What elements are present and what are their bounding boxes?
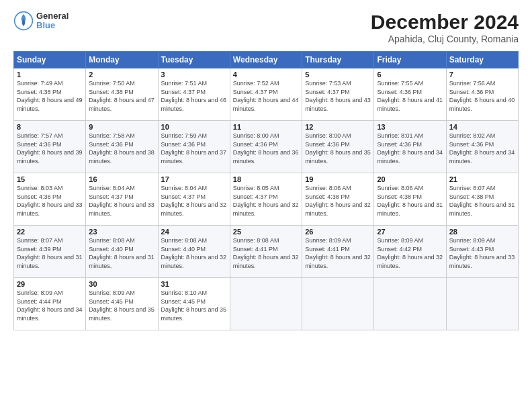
day-info: Sunrise: 8:08 AMSunset: 4:41 PMDaylight:… — [233, 237, 299, 269]
calendar-table: Sunday Monday Tuesday Wednesday Thursday… — [13, 51, 519, 330]
day-info: Sunrise: 8:10 AMSunset: 4:45 PMDaylight:… — [161, 289, 227, 322]
table-row: 31 Sunrise: 8:10 AMSunset: 4:45 PMDaylig… — [158, 278, 230, 330]
table-row — [374, 278, 446, 330]
col-sunday: Sunday — [14, 52, 86, 68]
table-row: 13 Sunrise: 8:01 AMSunset: 4:36 PMDaylig… — [374, 121, 446, 173]
day-info: Sunrise: 8:08 AMSunset: 4:40 PMDaylight:… — [89, 237, 154, 269]
calendar-week-row: 29 Sunrise: 8:09 AMSunset: 4:44 PMDaylig… — [14, 278, 519, 330]
table-row: 19 Sunrise: 8:06 AMSunset: 4:38 PMDaylig… — [302, 173, 374, 226]
day-number: 22 — [17, 228, 83, 236]
day-info: Sunrise: 7:57 AMSunset: 4:36 PMDaylight:… — [17, 132, 83, 165]
table-row: 3 Sunrise: 7:51 AMSunset: 4:37 PMDayligh… — [158, 68, 230, 121]
day-number: 1 — [17, 71, 83, 79]
day-info: Sunrise: 8:05 AMSunset: 4:37 PMDaylight:… — [233, 185, 299, 217]
table-row: 28 Sunrise: 8:09 AMSunset: 4:43 PMDaylig… — [446, 226, 518, 278]
day-number: 3 — [161, 71, 227, 79]
table-row: 30 Sunrise: 8:09 AMSunset: 4:45 PMDaylig… — [86, 278, 158, 330]
day-number: 13 — [377, 123, 443, 131]
day-number: 26 — [305, 228, 371, 236]
table-row: 16 Sunrise: 8:04 AMSunset: 4:37 PMDaylig… — [86, 173, 158, 226]
day-info: Sunrise: 8:07 AMSunset: 4:39 PMDaylight:… — [17, 237, 83, 269]
table-row: 15 Sunrise: 8:03 AMSunset: 4:36 PMDaylig… — [14, 173, 86, 226]
calendar-header-row: Sunday Monday Tuesday Wednesday Thursday… — [14, 52, 519, 68]
table-row: 20 Sunrise: 8:06 AMSunset: 4:38 PMDaylig… — [374, 173, 446, 226]
day-number: 6 — [377, 71, 443, 79]
table-row: 21 Sunrise: 8:07 AMSunset: 4:38 PMDaylig… — [446, 173, 518, 226]
day-info: Sunrise: 8:04 AMSunset: 4:37 PMDaylight:… — [161, 185, 227, 217]
col-tuesday: Tuesday — [158, 52, 230, 68]
logo-line1: General — [36, 11, 69, 21]
day-number: 27 — [377, 228, 443, 236]
table-row: 4 Sunrise: 7:52 AMSunset: 4:37 PMDayligh… — [230, 68, 302, 121]
table-row: 10 Sunrise: 7:59 AMSunset: 4:36 PMDaylig… — [158, 121, 230, 173]
title-block: December 2024 Apahida, Cluj County, Roma… — [371, 11, 519, 44]
logo-text: General Blue — [36, 11, 69, 31]
table-row: 26 Sunrise: 8:09 AMSunset: 4:41 PMDaylig… — [302, 226, 374, 278]
col-friday: Friday — [374, 52, 446, 68]
col-monday: Monday — [86, 52, 158, 68]
day-info: Sunrise: 8:00 AMSunset: 4:36 PMDaylight:… — [305, 132, 371, 165]
logo-line2: Blue — [36, 21, 69, 30]
calendar-body: 1 Sunrise: 7:49 AMSunset: 4:38 PMDayligh… — [14, 68, 519, 330]
day-info: Sunrise: 8:08 AMSunset: 4:40 PMDaylight:… — [161, 237, 227, 269]
col-thursday: Thursday — [302, 52, 374, 68]
day-info: Sunrise: 8:06 AMSunset: 4:38 PMDaylight:… — [377, 185, 443, 217]
col-wednesday: Wednesday — [230, 52, 302, 68]
day-info: Sunrise: 7:49 AMSunset: 4:38 PMDaylight:… — [17, 80, 83, 112]
day-number: 31 — [161, 280, 227, 288]
day-info: Sunrise: 8:09 AMSunset: 4:41 PMDaylight:… — [305, 237, 371, 269]
header: General Blue December 2024 Apahida, Cluj… — [13, 11, 519, 44]
day-number: 10 — [161, 123, 227, 131]
day-info: Sunrise: 8:00 AMSunset: 4:36 PMDaylight:… — [233, 132, 299, 165]
day-info: Sunrise: 8:02 AMSunset: 4:36 PMDaylight:… — [449, 132, 515, 165]
table-row — [230, 278, 302, 330]
day-number: 29 — [17, 280, 83, 288]
day-number: 12 — [305, 123, 371, 131]
day-number: 23 — [89, 228, 154, 236]
logo-icon — [13, 11, 34, 31]
day-info: Sunrise: 7:50 AMSunset: 4:38 PMDaylight:… — [89, 80, 154, 112]
calendar-week-row: 22 Sunrise: 8:07 AMSunset: 4:39 PMDaylig… — [14, 226, 519, 278]
day-info: Sunrise: 8:09 AMSunset: 4:43 PMDaylight:… — [449, 237, 515, 269]
day-number: 25 — [233, 228, 299, 236]
day-info: Sunrise: 8:07 AMSunset: 4:38 PMDaylight:… — [449, 185, 515, 217]
day-number: 18 — [233, 175, 299, 183]
table-row: 23 Sunrise: 8:08 AMSunset: 4:40 PMDaylig… — [86, 226, 158, 278]
calendar-week-row: 15 Sunrise: 8:03 AMSunset: 4:36 PMDaylig… — [14, 173, 519, 226]
day-info: Sunrise: 7:58 AMSunset: 4:36 PMDaylight:… — [89, 132, 154, 165]
day-number: 17 — [161, 175, 227, 183]
day-info: Sunrise: 7:51 AMSunset: 4:37 PMDaylight:… — [161, 80, 227, 112]
day-info: Sunrise: 7:56 AMSunset: 4:36 PMDaylight:… — [449, 80, 515, 112]
day-number: 2 — [89, 71, 154, 79]
day-info: Sunrise: 8:09 AMSunset: 4:44 PMDaylight:… — [17, 289, 83, 322]
table-row: 11 Sunrise: 8:00 AMSunset: 4:36 PMDaylig… — [230, 121, 302, 173]
day-number: 21 — [449, 175, 515, 183]
table-row: 24 Sunrise: 8:08 AMSunset: 4:40 PMDaylig… — [158, 226, 230, 278]
day-number: 30 — [89, 280, 154, 288]
table-row: 22 Sunrise: 8:07 AMSunset: 4:39 PMDaylig… — [14, 226, 86, 278]
day-number: 5 — [305, 71, 371, 79]
table-row: 2 Sunrise: 7:50 AMSunset: 4:38 PMDayligh… — [86, 68, 158, 121]
day-info: Sunrise: 8:04 AMSunset: 4:37 PMDaylight:… — [89, 185, 154, 217]
day-number: 20 — [377, 175, 443, 183]
day-number: 14 — [449, 123, 515, 131]
day-number: 7 — [449, 71, 515, 79]
table-row — [446, 278, 518, 330]
table-row: 12 Sunrise: 8:00 AMSunset: 4:36 PMDaylig… — [302, 121, 374, 173]
table-row: 14 Sunrise: 8:02 AMSunset: 4:36 PMDaylig… — [446, 121, 518, 173]
day-info: Sunrise: 7:59 AMSunset: 4:36 PMDaylight:… — [161, 132, 227, 165]
table-row: 29 Sunrise: 8:09 AMSunset: 4:44 PMDaylig… — [14, 278, 86, 330]
col-saturday: Saturday — [446, 52, 518, 68]
table-row: 27 Sunrise: 8:09 AMSunset: 4:42 PMDaylig… — [374, 226, 446, 278]
day-info: Sunrise: 8:03 AMSunset: 4:36 PMDaylight:… — [17, 185, 83, 217]
table-row: 7 Sunrise: 7:56 AMSunset: 4:36 PMDayligh… — [446, 68, 518, 121]
table-row: 8 Sunrise: 7:57 AMSunset: 4:36 PMDayligh… — [14, 121, 86, 173]
calendar-week-row: 8 Sunrise: 7:57 AMSunset: 4:36 PMDayligh… — [14, 121, 519, 173]
day-number: 8 — [17, 123, 83, 131]
day-info: Sunrise: 7:53 AMSunset: 4:37 PMDaylight:… — [305, 80, 371, 112]
logo: General Blue — [13, 11, 69, 31]
day-number: 9 — [89, 123, 154, 131]
day-info: Sunrise: 7:52 AMSunset: 4:37 PMDaylight:… — [233, 80, 299, 112]
table-row: 18 Sunrise: 8:05 AMSunset: 4:37 PMDaylig… — [230, 173, 302, 226]
table-row — [302, 278, 374, 330]
